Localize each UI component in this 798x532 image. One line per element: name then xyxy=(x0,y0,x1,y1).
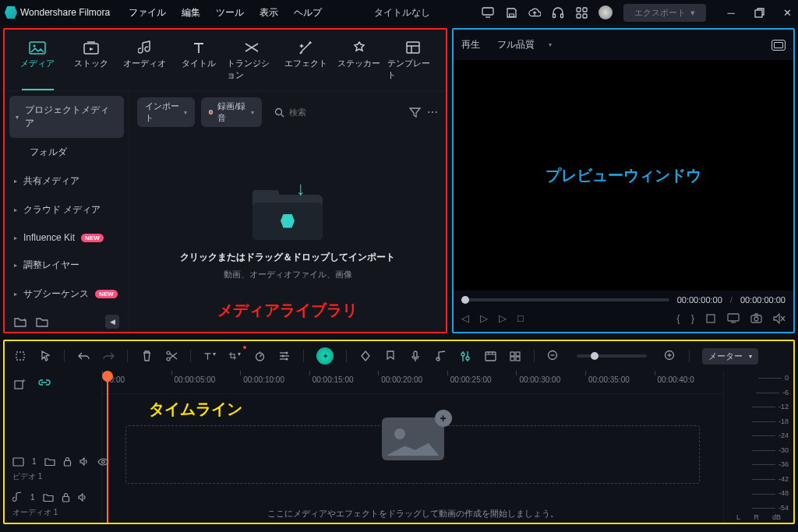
speed-icon[interactable] xyxy=(253,351,266,361)
preview-scrubber[interactable] xyxy=(461,298,669,301)
mark-out-icon[interactable]: } xyxy=(691,312,694,324)
keyframe-icon[interactable] xyxy=(359,351,372,361)
export-button[interactable]: エクスポート ▾ xyxy=(623,4,706,22)
crop-tool-icon[interactable]: ▾ xyxy=(228,351,241,361)
audio-track-header[interactable]: 1 xyxy=(5,487,101,507)
maximize-icon[interactable] xyxy=(753,6,765,19)
delete-icon[interactable] xyxy=(140,351,153,361)
mic-icon[interactable] xyxy=(409,351,422,362)
crop-icon[interactable] xyxy=(705,313,716,324)
render-icon[interactable] xyxy=(484,351,496,361)
grid-icon[interactable] xyxy=(509,351,521,361)
menu-view[interactable]: 表示 xyxy=(260,6,278,19)
monitor-icon[interactable] xyxy=(482,6,494,19)
split-icon[interactable] xyxy=(165,351,178,361)
collapse-icon[interactable]: ◀ xyxy=(105,315,119,329)
display-icon[interactable] xyxy=(727,313,740,323)
sidebar-shared-media[interactable]: ▸共有メディア xyxy=(5,167,129,196)
quality-select[interactable]: フル品質▾ xyxy=(489,36,560,54)
media-icon xyxy=(29,41,46,55)
meter-select[interactable]: メーター▾ xyxy=(702,348,758,365)
undo-icon[interactable] xyxy=(77,351,90,361)
zoom-out-icon[interactable] xyxy=(547,350,560,362)
svg-rect-58 xyxy=(13,458,23,466)
new-bin-icon[interactable] xyxy=(36,316,48,327)
record-icon xyxy=(209,110,213,115)
tab-effect[interactable]: エフェクト xyxy=(279,37,333,87)
link-icon[interactable] xyxy=(38,379,51,389)
cursor-tool-icon[interactable] xyxy=(39,351,51,361)
svg-rect-48 xyxy=(516,352,520,356)
play-icon[interactable]: ▷ xyxy=(480,312,488,324)
mark-in-icon[interactable]: { xyxy=(676,312,680,324)
timeline-drop-zone[interactable]: + xyxy=(125,425,700,484)
user-avatar[interactable] xyxy=(598,5,613,19)
timeline-ruler[interactable]: 00:00 00:00:05:00 00:00:10:00 00:00:15:0… xyxy=(102,371,723,394)
mute-track-icon[interactable] xyxy=(78,493,88,502)
lock-icon[interactable] xyxy=(63,456,72,467)
save-icon[interactable] xyxy=(505,6,517,19)
menu-file[interactable]: ファイル xyxy=(129,6,166,19)
video-track-header[interactable]: 1 xyxy=(5,452,101,471)
zoom-in-icon[interactable] xyxy=(664,350,676,362)
timeline-canvas[interactable]: 00:00 00:00:05:00 00:00:10:00 00:00:15:0… xyxy=(102,371,723,523)
ai-assist-icon[interactable]: ✦ xyxy=(316,347,334,365)
tab-stock[interactable]: ストック xyxy=(65,37,118,87)
menu-tools[interactable]: ツール xyxy=(216,6,244,19)
import-drop-zone[interactable]: ↓ クリックまたはドラッグ＆ドロップしてインポート 動画、オーディオファイル、画… xyxy=(129,133,446,332)
color-icon[interactable] xyxy=(278,351,291,361)
stop-icon[interactable]: □ xyxy=(517,312,524,324)
playhead[interactable] xyxy=(107,371,108,523)
tab-media[interactable]: メディア xyxy=(11,37,65,87)
prev-frame-icon[interactable]: ◁ xyxy=(461,312,469,324)
text-tool-icon[interactable]: ▾ xyxy=(203,351,216,361)
add-media-icon[interactable]: + xyxy=(435,410,452,427)
svg-rect-49 xyxy=(510,357,514,361)
import-button[interactable]: インポート▾ xyxy=(137,97,195,127)
preview-canvas[interactable]: プレビューウィンドウ xyxy=(454,60,793,291)
titlebar-right: エクスポート ▾ ─ ✕ xyxy=(482,4,793,22)
tab-audio[interactable]: オーディオ xyxy=(118,37,172,87)
camera-icon[interactable] xyxy=(750,313,762,323)
close-icon[interactable]: ✕ xyxy=(781,6,793,19)
video-track-label: ビデオ 1 xyxy=(5,471,101,487)
sidebar-folder[interactable]: フォルダ xyxy=(5,138,129,167)
cloud-icon[interactable] xyxy=(528,6,541,19)
tab-sticker[interactable]: ステッカー xyxy=(333,37,387,87)
mute-icon[interactable] xyxy=(773,313,786,324)
sidebar-adjust-layer[interactable]: ▸調整レイヤー xyxy=(5,251,129,280)
sidebar-project-media[interactable]: ▾プロジェクトメディア xyxy=(9,96,124,138)
svg-point-38 xyxy=(436,358,440,361)
tab-transition[interactable]: トランジション xyxy=(225,37,279,87)
sidebar-subsequence[interactable]: ▸サブシーケンスNEW xyxy=(5,280,129,308)
mixer-icon[interactable] xyxy=(459,351,471,362)
next-frame-icon[interactable]: ▷ xyxy=(499,312,507,324)
more-icon[interactable]: ⋯ xyxy=(427,106,438,118)
headphones-icon[interactable] xyxy=(552,6,564,19)
folder-small-icon[interactable] xyxy=(44,457,55,466)
select-tool-icon[interactable] xyxy=(14,351,26,361)
new-folder-icon[interactable]: + xyxy=(14,316,26,327)
folder-small-icon[interactable] xyxy=(43,493,54,502)
tab-title[interactable]: タイトル xyxy=(171,37,225,87)
svg-point-42 xyxy=(466,357,469,360)
search-box[interactable] xyxy=(268,107,403,118)
music-icon[interactable] xyxy=(434,351,447,361)
add-track-icon[interactable]: + xyxy=(14,379,26,389)
menu-help[interactable]: ヘルプ xyxy=(294,6,322,19)
record-button[interactable]: 録画/録音▾ xyxy=(201,97,262,127)
sidebar-influence-kit[interactable]: ▸Influence KitNEW xyxy=(5,224,129,251)
apps-icon[interactable] xyxy=(575,6,588,19)
sidebar-cloud-media[interactable]: ▸クラウド メディア xyxy=(5,196,129,224)
filter-icon[interactable] xyxy=(409,107,421,118)
mute-track-icon[interactable] xyxy=(79,457,90,466)
search-input[interactable] xyxy=(289,107,397,117)
snapshot-icon[interactable] xyxy=(772,40,786,51)
menu-edit[interactable]: 編集 xyxy=(182,6,200,19)
minimize-icon[interactable]: ─ xyxy=(725,6,737,19)
zoom-slider[interactable] xyxy=(577,354,647,358)
lock-icon[interactable] xyxy=(62,492,70,502)
tab-template[interactable]: テンプレート xyxy=(386,37,440,87)
redo-icon[interactable] xyxy=(102,351,115,361)
marker-icon[interactable] xyxy=(384,351,397,361)
